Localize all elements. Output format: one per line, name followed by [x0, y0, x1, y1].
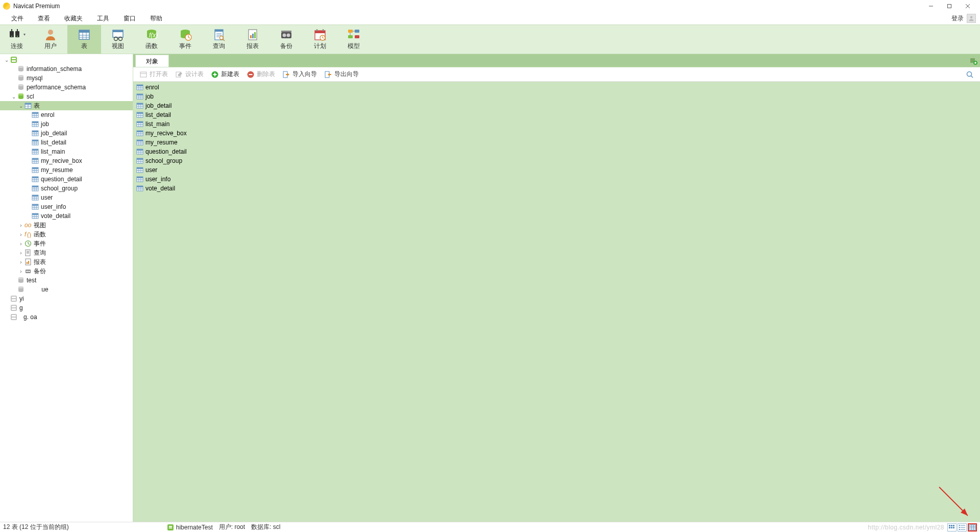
- menu-1[interactable]: 查看: [31, 13, 57, 24]
- user-avatar-icon[interactable]: [967, 14, 976, 23]
- svg-rect-7: [11, 29, 12, 31]
- event-icon: [178, 29, 192, 41]
- svg-point-42: [287, 33, 290, 37]
- svg-point-9: [11, 36, 12, 37]
- menu-5[interactable]: 帮助: [143, 13, 169, 24]
- menu-0[interactable]: 文件: [4, 13, 31, 24]
- query-icon: [212, 29, 226, 41]
- svg-point-11: [48, 30, 53, 35]
- toolbar-backup-button[interactable]: 备份: [270, 25, 303, 54]
- svg-rect-38: [252, 34, 254, 38]
- maximize-button[interactable]: [940, 0, 959, 12]
- schedule-icon: [313, 29, 327, 41]
- main-toolbar: ▾连接用户表视图f(x)函数事件查询报表备份计划模型: [0, 25, 980, 54]
- function-icon: f(x): [144, 29, 159, 41]
- svg-point-4: [970, 16, 973, 19]
- svg-rect-1: [948, 5, 951, 8]
- svg-rect-54: [355, 35, 359, 38]
- svg-rect-51: [348, 30, 353, 33]
- toolbar-function-button[interactable]: f(x)函数: [135, 25, 168, 54]
- toolbar-schedule-button[interactable]: 计划: [303, 25, 337, 54]
- svg-rect-39: [254, 32, 256, 38]
- toolbar-event-button[interactable]: 事件: [168, 25, 202, 54]
- view-icon: [111, 29, 125, 41]
- svg-line-50: [323, 38, 324, 38]
- toolbar-user-button[interactable]: 用户: [34, 25, 67, 54]
- app-title: Navicat Premium: [13, 3, 60, 10]
- close-button[interactable]: [959, 0, 977, 12]
- minimize-button[interactable]: [922, 0, 940, 12]
- toolbar-connect-button[interactable]: ▾连接: [0, 25, 34, 54]
- svg-rect-53: [348, 35, 353, 38]
- connect-icon: [8, 29, 22, 41]
- svg-rect-52: [355, 30, 359, 33]
- menu-3[interactable]: 工具: [90, 13, 116, 24]
- report-icon: [246, 29, 260, 41]
- svg-rect-43: [281, 31, 291, 32]
- menu-bar: 文件查看收藏夹工具窗口帮助 登录: [0, 12, 980, 25]
- svg-point-41: [283, 33, 286, 37]
- menu-2[interactable]: 收藏夹: [57, 13, 90, 24]
- svg-rect-46: [316, 29, 317, 31]
- svg-text:f(x): f(x): [149, 32, 158, 39]
- login-label[interactable]: 登录: [951, 14, 964, 23]
- backup-icon: [279, 29, 293, 41]
- svg-rect-47: [323, 29, 324, 31]
- chevron-down-icon: ▾: [23, 32, 26, 37]
- menu-4[interactable]: 窗口: [116, 13, 143, 24]
- toolbar-view-button[interactable]: 视图: [101, 25, 135, 54]
- toolbar-model-button[interactable]: 模型: [337, 25, 371, 54]
- svg-rect-37: [250, 35, 252, 38]
- svg-rect-8: [17, 29, 18, 31]
- svg-rect-19: [113, 30, 123, 32]
- app-logo-icon: [3, 3, 10, 10]
- table-icon: [77, 29, 91, 41]
- toolbar-table-button[interactable]: 表: [67, 25, 101, 54]
- svg-rect-30: [215, 30, 223, 32]
- model-icon: [347, 29, 361, 41]
- toolbar-query-button[interactable]: 查询: [202, 25, 236, 54]
- toolbar-report-button[interactable]: 报表: [236, 25, 270, 54]
- user-icon: [43, 29, 58, 41]
- svg-point-10: [17, 36, 18, 37]
- title-bar: Navicat Premium: [0, 0, 980, 12]
- svg-rect-13: [79, 30, 89, 33]
